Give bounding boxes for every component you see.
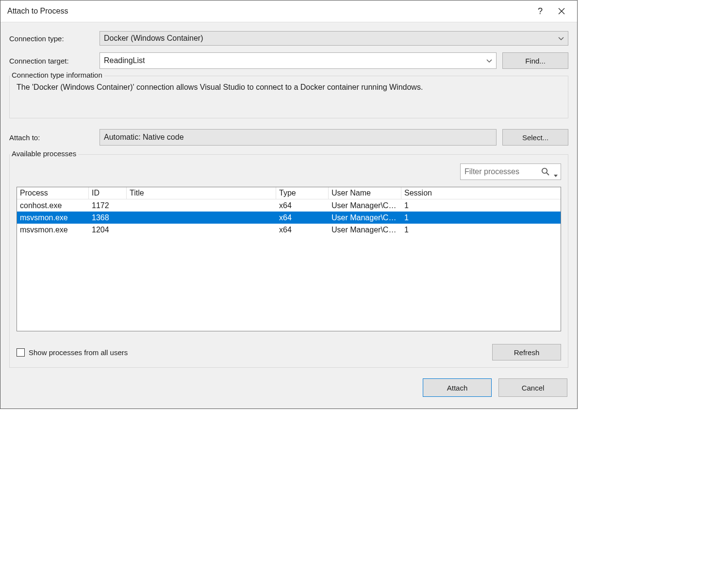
chevron-down-icon <box>486 56 492 65</box>
connection-target-input[interactable]: ReadingList <box>99 52 497 69</box>
refresh-button[interactable]: Refresh <box>492 344 561 360</box>
connection-target-value: ReadingList <box>104 56 145 65</box>
cell-type: x64 <box>276 201 329 210</box>
attach-to-value: Automatic: Native code <box>99 129 497 146</box>
column-header-title[interactable]: Title <box>127 187 276 199</box>
cell-id: 1368 <box>89 213 127 222</box>
cell-id: 1172 <box>89 201 127 210</box>
cell-user: User Manager\Contai... <box>329 213 401 222</box>
close-button[interactable] <box>551 0 572 22</box>
connection-type-info-text: The 'Docker (Windows Container)' connect… <box>15 83 563 92</box>
connection-type-combo[interactable]: Docker (Windows Container) <box>99 31 568 46</box>
close-icon <box>558 8 565 15</box>
help-button[interactable]: ? <box>530 0 551 22</box>
available-processes-legend: Available processes <box>10 149 78 158</box>
show-all-users-label: Show processes from all users <box>29 348 128 357</box>
dialog-body: Connection type: Docker (Windows Contain… <box>0 22 577 408</box>
connection-target-label: Connection target: <box>9 57 99 65</box>
connection-type-label: Connection type: <box>9 34 99 43</box>
process-table-header: Process ID Title Type User Name Session <box>17 187 561 199</box>
caret-down-icon <box>554 171 558 180</box>
table-row[interactable]: msvsmon.exe1204x64User Manager\Contai...… <box>17 224 561 236</box>
table-row[interactable]: msvsmon.exe1368x64User Manager\Contai...… <box>17 212 561 224</box>
column-header-user[interactable]: User Name <box>329 187 401 199</box>
cell-process: conhost.exe <box>17 201 89 210</box>
titlebar: Attach to Process ? <box>0 0 577 22</box>
cell-user: User Manager\Contai... <box>329 201 401 210</box>
attach-to-process-dialog: Attach to Process ? Connection type: Doc… <box>0 0 578 409</box>
cell-session: 1 <box>401 213 439 222</box>
column-header-process[interactable]: Process <box>17 187 89 199</box>
cell-process: msvsmon.exe <box>17 226 89 234</box>
show-all-users-checkbox[interactable] <box>17 348 25 357</box>
cancel-button[interactable]: Cancel <box>498 378 567 397</box>
attach-button[interactable]: Attach <box>423 378 492 397</box>
column-header-type[interactable]: Type <box>276 187 329 199</box>
connection-type-info-legend: Connection type information <box>10 71 104 79</box>
cell-type: x64 <box>276 213 329 222</box>
column-header-session[interactable]: Session <box>401 187 439 199</box>
column-header-id[interactable]: ID <box>89 187 127 199</box>
connection-type-info-group: Connection type information The 'Docker … <box>9 76 568 118</box>
connection-type-value: Docker (Windows Container) <box>104 34 203 43</box>
cell-user: User Manager\Contai... <box>329 226 401 234</box>
dialog-title: Attach to Process <box>5 7 68 16</box>
dialog-footer: Attach Cancel <box>9 368 568 399</box>
cell-type: x64 <box>276 226 329 234</box>
process-table: Process ID Title Type User Name Session … <box>17 187 561 331</box>
cell-process: msvsmon.exe <box>17 213 89 222</box>
table-row[interactable]: conhost.exe1172x64User Manager\Contai...… <box>17 199 561 212</box>
filter-processes-input[interactable]: Filter processes <box>460 163 561 180</box>
filter-placeholder: Filter processes <box>464 167 519 176</box>
attach-to-label: Attach to: <box>9 133 99 142</box>
svg-point-0 <box>542 168 547 173</box>
search-icon <box>541 167 550 178</box>
available-processes-group: Available processes Filter processes Pro… <box>9 154 568 368</box>
cell-session: 1 <box>401 226 439 234</box>
cell-id: 1204 <box>89 226 127 234</box>
cell-session: 1 <box>401 201 439 210</box>
chevron-down-icon <box>558 34 564 43</box>
find-button[interactable]: Find... <box>502 52 568 69</box>
svg-line-1 <box>547 173 549 175</box>
select-button[interactable]: Select... <box>502 129 568 146</box>
